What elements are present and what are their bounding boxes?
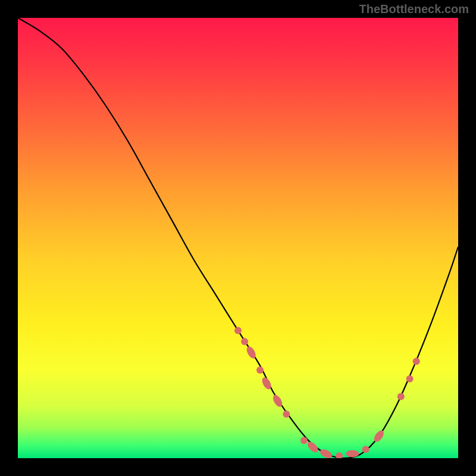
markers-group (234, 327, 420, 458)
data-marker (406, 375, 414, 383)
data-marker (413, 358, 420, 365)
data-marker (306, 440, 320, 454)
watermark-text: TheBottleneck.com (359, 2, 469, 16)
data-marker (283, 411, 290, 418)
plot-area (18, 18, 458, 458)
data-marker (397, 393, 405, 400)
data-marker (318, 447, 333, 458)
data-marker (241, 338, 248, 345)
data-marker (256, 367, 264, 374)
data-marker (336, 452, 343, 458)
bottleneck-curve (18, 18, 458, 458)
data-marker (234, 327, 242, 334)
chart-svg (18, 18, 458, 458)
data-marker (362, 446, 369, 453)
data-marker (300, 437, 308, 444)
data-marker (346, 450, 359, 458)
